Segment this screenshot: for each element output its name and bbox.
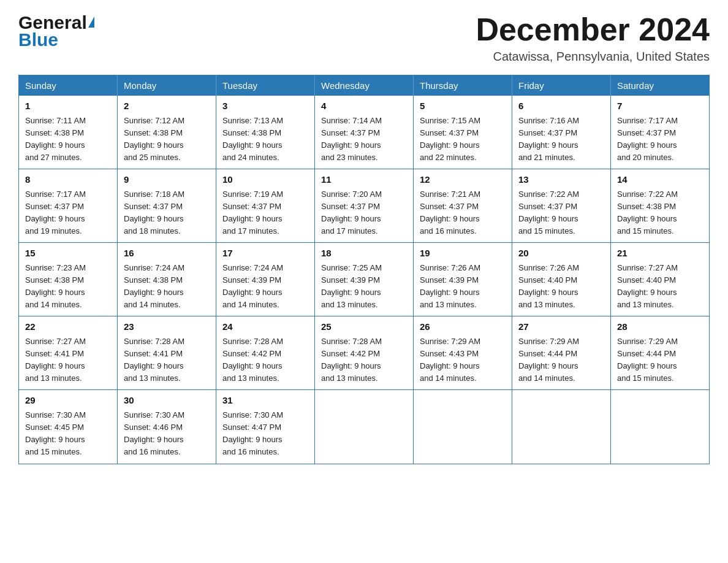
day-info: Sunrise: 7:27 AM Sunset: 4:40 PM Dayligh… xyxy=(617,262,703,312)
day-number: 20 xyxy=(518,247,604,261)
day-number: 7 xyxy=(617,99,703,113)
day-number: 27 xyxy=(518,320,604,334)
calendar-cell: 4 Sunrise: 7:14 AM Sunset: 4:37 PM Dayli… xyxy=(315,96,414,169)
day-info: Sunrise: 7:26 AM Sunset: 4:40 PM Dayligh… xyxy=(518,262,604,312)
week-row-5: 29 Sunrise: 7:30 AM Sunset: 4:45 PM Dayl… xyxy=(19,390,710,464)
day-info: Sunrise: 7:26 AM Sunset: 4:39 PM Dayligh… xyxy=(420,262,506,312)
day-number: 17 xyxy=(222,247,308,261)
day-number: 16 xyxy=(124,247,210,261)
calendar-cell xyxy=(611,390,710,464)
calendar-cell: 30 Sunrise: 7:30 AM Sunset: 4:46 PM Dayl… xyxy=(118,390,216,464)
calendar-cell: 20 Sunrise: 7:26 AM Sunset: 4:40 PM Dayl… xyxy=(512,243,611,316)
calendar-cell: 8 Sunrise: 7:17 AM Sunset: 4:37 PM Dayli… xyxy=(19,169,118,243)
calendar-cell: 22 Sunrise: 7:27 AM Sunset: 4:41 PM Dayl… xyxy=(19,316,118,390)
calendar-cell: 27 Sunrise: 7:29 AM Sunset: 4:44 PM Dayl… xyxy=(512,316,611,390)
day-number: 22 xyxy=(25,320,111,334)
day-number: 15 xyxy=(25,247,111,261)
day-number: 29 xyxy=(25,394,111,408)
day-number: 18 xyxy=(321,247,407,261)
day-number: 2 xyxy=(124,99,210,113)
day-info: Sunrise: 7:24 AM Sunset: 4:38 PM Dayligh… xyxy=(124,262,210,312)
day-info: Sunrise: 7:30 AM Sunset: 4:47 PM Dayligh… xyxy=(222,409,308,459)
day-info: Sunrise: 7:28 AM Sunset: 4:41 PM Dayligh… xyxy=(124,335,210,385)
day-number: 10 xyxy=(222,173,308,187)
weekday-header-row: Sunday Monday Tuesday Wednesday Thursday… xyxy=(19,75,710,96)
day-number: 24 xyxy=(222,320,308,334)
title-area: December 2024 Catawissa, Pennsylvania, U… xyxy=(476,12,710,64)
calendar-cell xyxy=(315,390,414,464)
day-info: Sunrise: 7:30 AM Sunset: 4:45 PM Dayligh… xyxy=(25,409,111,459)
header-wednesday: Wednesday xyxy=(315,75,414,96)
header-friday: Friday xyxy=(512,75,611,96)
day-info: Sunrise: 7:15 AM Sunset: 4:37 PM Dayligh… xyxy=(420,115,506,164)
calendar-cell: 14 Sunrise: 7:22 AM Sunset: 4:38 PM Dayl… xyxy=(611,169,710,243)
day-number: 11 xyxy=(321,173,407,187)
day-number: 4 xyxy=(321,99,407,113)
calendar-cell xyxy=(512,390,611,464)
calendar-cell: 13 Sunrise: 7:22 AM Sunset: 4:37 PM Dayl… xyxy=(512,169,611,243)
day-info: Sunrise: 7:21 AM Sunset: 4:37 PM Dayligh… xyxy=(420,188,506,238)
day-number: 25 xyxy=(321,320,407,334)
day-number: 14 xyxy=(617,173,703,187)
calendar-cell: 6 Sunrise: 7:16 AM Sunset: 4:37 PM Dayli… xyxy=(512,96,611,169)
day-info: Sunrise: 7:29 AM Sunset: 4:43 PM Dayligh… xyxy=(420,335,506,385)
day-number: 21 xyxy=(617,247,703,261)
day-number: 6 xyxy=(518,99,604,113)
calendar-cell: 23 Sunrise: 7:28 AM Sunset: 4:41 PM Dayl… xyxy=(118,316,216,390)
day-info: Sunrise: 7:25 AM Sunset: 4:39 PM Dayligh… xyxy=(321,262,407,312)
calendar-cell: 26 Sunrise: 7:29 AM Sunset: 4:43 PM Dayl… xyxy=(414,316,512,390)
calendar-cell: 18 Sunrise: 7:25 AM Sunset: 4:39 PM Dayl… xyxy=(315,243,414,316)
calendar-cell: 31 Sunrise: 7:30 AM Sunset: 4:47 PM Dayl… xyxy=(216,390,315,464)
day-number: 31 xyxy=(222,394,308,408)
day-number: 5 xyxy=(420,99,506,113)
header-monday: Monday xyxy=(118,75,216,96)
day-number: 30 xyxy=(124,394,210,408)
calendar-cell: 28 Sunrise: 7:29 AM Sunset: 4:44 PM Dayl… xyxy=(611,316,710,390)
day-info: Sunrise: 7:18 AM Sunset: 4:37 PM Dayligh… xyxy=(124,188,210,238)
header-sunday: Sunday xyxy=(19,75,118,96)
calendar-cell: 29 Sunrise: 7:30 AM Sunset: 4:45 PM Dayl… xyxy=(19,390,118,464)
header-saturday: Saturday xyxy=(611,75,710,96)
day-info: Sunrise: 7:11 AM Sunset: 4:38 PM Dayligh… xyxy=(25,115,111,164)
day-info: Sunrise: 7:12 AM Sunset: 4:38 PM Dayligh… xyxy=(124,115,210,164)
week-row-4: 22 Sunrise: 7:27 AM Sunset: 4:41 PM Dayl… xyxy=(19,316,710,390)
header: General Blue December 2024 Catawissa, Pe… xyxy=(18,12,710,64)
day-info: Sunrise: 7:29 AM Sunset: 4:44 PM Dayligh… xyxy=(518,335,604,385)
day-info: Sunrise: 7:13 AM Sunset: 4:38 PM Dayligh… xyxy=(222,115,308,164)
logo-arrow-icon xyxy=(88,17,94,28)
day-info: Sunrise: 7:17 AM Sunset: 4:37 PM Dayligh… xyxy=(25,188,111,238)
header-thursday: Thursday xyxy=(414,75,512,96)
calendar-table: Sunday Monday Tuesday Wednesday Thursday… xyxy=(18,75,710,464)
day-info: Sunrise: 7:24 AM Sunset: 4:39 PM Dayligh… xyxy=(222,262,308,312)
logo-blue-text: Blue xyxy=(18,29,58,50)
day-info: Sunrise: 7:28 AM Sunset: 4:42 PM Dayligh… xyxy=(321,335,407,385)
day-info: Sunrise: 7:27 AM Sunset: 4:41 PM Dayligh… xyxy=(25,335,111,385)
calendar-cell: 10 Sunrise: 7:19 AM Sunset: 4:37 PM Dayl… xyxy=(216,169,315,243)
day-info: Sunrise: 7:29 AM Sunset: 4:44 PM Dayligh… xyxy=(617,335,703,385)
calendar-cell: 21 Sunrise: 7:27 AM Sunset: 4:40 PM Dayl… xyxy=(611,243,710,316)
day-info: Sunrise: 7:23 AM Sunset: 4:38 PM Dayligh… xyxy=(25,262,111,312)
calendar-cell: 19 Sunrise: 7:26 AM Sunset: 4:39 PM Dayl… xyxy=(414,243,512,316)
day-info: Sunrise: 7:22 AM Sunset: 4:38 PM Dayligh… xyxy=(617,188,703,238)
calendar-cell: 3 Sunrise: 7:13 AM Sunset: 4:38 PM Dayli… xyxy=(216,96,315,169)
day-number: 13 xyxy=(518,173,604,187)
calendar-cell: 9 Sunrise: 7:18 AM Sunset: 4:37 PM Dayli… xyxy=(118,169,216,243)
day-info: Sunrise: 7:16 AM Sunset: 4:37 PM Dayligh… xyxy=(518,115,604,164)
day-number: 23 xyxy=(124,320,210,334)
day-info: Sunrise: 7:30 AM Sunset: 4:46 PM Dayligh… xyxy=(124,409,210,459)
location-subtitle: Catawissa, Pennsylvania, United States xyxy=(476,50,710,64)
day-number: 9 xyxy=(124,173,210,187)
week-row-3: 15 Sunrise: 7:23 AM Sunset: 4:38 PM Dayl… xyxy=(19,243,710,316)
calendar-cell: 5 Sunrise: 7:15 AM Sunset: 4:37 PM Dayli… xyxy=(414,96,512,169)
day-number: 8 xyxy=(25,173,111,187)
day-number: 3 xyxy=(222,99,308,113)
day-info: Sunrise: 7:28 AM Sunset: 4:42 PM Dayligh… xyxy=(222,335,308,385)
calendar-cell: 25 Sunrise: 7:28 AM Sunset: 4:42 PM Dayl… xyxy=(315,316,414,390)
day-number: 28 xyxy=(617,320,703,334)
calendar-cell xyxy=(414,390,512,464)
calendar-cell: 17 Sunrise: 7:24 AM Sunset: 4:39 PM Dayl… xyxy=(216,243,315,316)
calendar-cell: 24 Sunrise: 7:28 AM Sunset: 4:42 PM Dayl… xyxy=(216,316,315,390)
calendar-cell: 1 Sunrise: 7:11 AM Sunset: 4:38 PM Dayli… xyxy=(19,96,118,169)
header-tuesday: Tuesday xyxy=(216,75,315,96)
day-number: 19 xyxy=(420,247,506,261)
